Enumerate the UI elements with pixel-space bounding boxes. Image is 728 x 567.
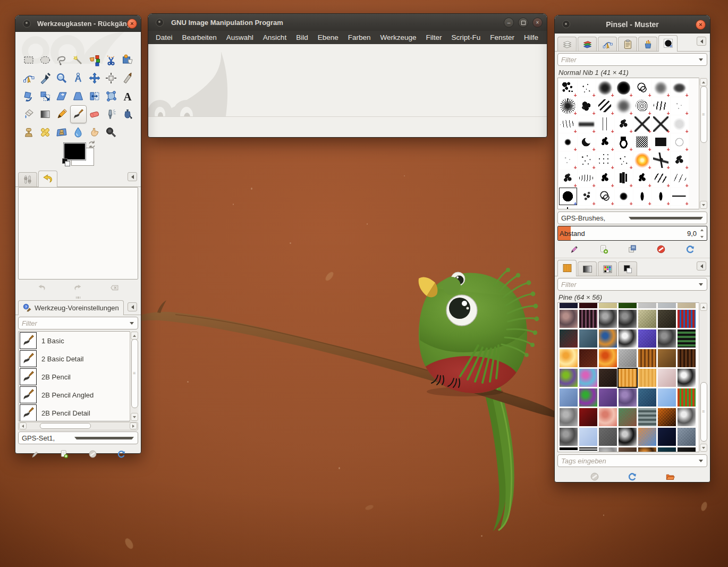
menu-auswahl[interactable]: Auswahl <box>222 32 258 43</box>
brush-cell[interactable]: + <box>578 188 596 205</box>
brush-cell[interactable]: + <box>578 79 596 97</box>
scroll-left-icon[interactable] <box>19 422 27 429</box>
pattern-cell[interactable] <box>658 310 676 328</box>
pattern-cell[interactable] <box>560 408 578 426</box>
menu-bearbeiten[interactable]: Bearbeiten <box>177 32 222 43</box>
tab-brushes[interactable] <box>658 35 678 51</box>
chevron-down-icon[interactable] <box>699 58 703 61</box>
brush-cell[interactable]: + <box>671 133 689 151</box>
brush-cell[interactable]: + <box>559 133 577 151</box>
tool-dodge-burn[interactable] <box>103 123 120 141</box>
menu-ebene[interactable]: Ebene <box>313 32 343 43</box>
tool-rectangle-select[interactable] <box>21 51 37 69</box>
chevron-down-icon[interactable] <box>130 322 134 325</box>
scrollbar-thumb[interactable] <box>700 86 707 143</box>
edit-brush-button[interactable] <box>568 243 581 256</box>
main-titlebar[interactable]: GNU Image Manipulation Program – × <box>148 14 547 31</box>
tool-text[interactable]: A <box>120 87 136 105</box>
pattern-cell[interactable] <box>658 369 676 387</box>
scrollbar-thumb[interactable] <box>700 382 707 442</box>
pattern-cell[interactable] <box>619 388 637 407</box>
chevron-down-icon[interactable] <box>699 283 703 286</box>
brush-cell[interactable]: + <box>633 206 651 210</box>
redo-button[interactable] <box>71 281 85 294</box>
brush-cell[interactable]: + <box>596 115 614 133</box>
brush-cell[interactable]: + <box>578 170 596 187</box>
brush-cell[interactable]: + <box>652 97 670 115</box>
brush-cell[interactable]: + <box>633 170 651 187</box>
preset-item[interactable]: 2B Pencil <box>19 368 130 386</box>
pattern-cell[interactable] <box>638 388 656 407</box>
pattern-cell[interactable] <box>619 329 637 348</box>
tool-scale[interactable] <box>37 87 54 105</box>
edit-preset-button[interactable] <box>28 447 42 460</box>
tool-smudge[interactable] <box>87 123 103 141</box>
foreground-color-swatch[interactable] <box>63 142 86 160</box>
brush-cell[interactable]: + <box>652 151 670 169</box>
pattern-cell[interactable] <box>599 428 617 446</box>
menu-filter[interactable]: Filter <box>421 32 447 43</box>
pattern-cell[interactable] <box>599 349 617 367</box>
delete-brush-button[interactable] <box>654 243 668 256</box>
brush-cell[interactable]: + <box>671 97 689 115</box>
scrollbar-thumb[interactable] <box>40 423 91 429</box>
pattern-cell[interactable] <box>599 369 617 387</box>
tab-palettes[interactable] <box>598 261 617 276</box>
brush-cell[interactable]: + <box>615 79 633 97</box>
brush-cell[interactable]: + <box>633 133 651 151</box>
brush-cell[interactable]: + <box>671 188 689 205</box>
toolbox-titlebar[interactable]: Werkzeugkasten - Rückgängig × <box>15 15 141 32</box>
pattern-cell[interactable] <box>678 388 696 407</box>
delete-preset-button[interactable] <box>86 447 99 460</box>
tool-flip[interactable] <box>87 87 103 105</box>
brush-cell[interactable]: + <box>596 133 614 151</box>
brush-cell[interactable]: + <box>671 170 689 187</box>
window-menu-icon[interactable] <box>156 19 164 27</box>
tool-foreground-select[interactable] <box>120 51 136 69</box>
brush-cell[interactable]: + <box>633 97 651 115</box>
scrollbar-thumb[interactable] <box>131 339 138 408</box>
tab-channels[interactable] <box>578 37 597 51</box>
pattern-cell[interactable] <box>599 388 617 407</box>
brush-cell[interactable]: + <box>671 115 689 133</box>
scroll-right-icon[interactable] <box>130 422 137 429</box>
pattern-cell[interactable] <box>579 447 597 452</box>
dock-menu-icon[interactable] <box>697 37 706 46</box>
window-menu-icon[interactable] <box>562 20 570 28</box>
pattern-cell[interactable] <box>599 329 617 348</box>
tool-scissors-select[interactable] <box>103 51 120 69</box>
pattern-cell[interactable] <box>560 349 578 367</box>
tab-gradients[interactable] <box>578 261 597 276</box>
close-icon[interactable]: × <box>127 19 137 29</box>
clear-history-button[interactable] <box>108 281 122 294</box>
brush-cell[interactable]: + <box>633 115 651 133</box>
tab-patterns[interactable] <box>557 260 577 276</box>
pattern-tags-input[interactable] <box>558 457 699 465</box>
brush-cell[interactable]: + <box>596 97 614 115</box>
pattern-cell[interactable] <box>638 310 656 328</box>
spin-up-icon[interactable] <box>700 229 704 231</box>
maximize-icon[interactable] <box>518 18 528 28</box>
brush-cell[interactable]: + <box>615 97 633 115</box>
tool-bucket-fill[interactable] <box>21 105 37 123</box>
preset-set-combo[interactable]: GPS-Set1, <box>18 431 138 444</box>
window-menu-icon[interactable] <box>23 20 31 28</box>
tool-align[interactable] <box>103 69 120 87</box>
presets-filter-input[interactable] <box>19 319 130 327</box>
tool-measure[interactable] <box>70 69 87 87</box>
brush-cell[interactable]: + <box>615 115 633 133</box>
brush-cell[interactable]: + <box>633 79 651 97</box>
brush-set-combo[interactable]: GPS-Brushes, <box>557 211 707 224</box>
preset-item[interactable]: 2 Basic Detail <box>19 350 130 368</box>
refresh-patterns-button[interactable] <box>625 470 639 483</box>
tool-shear[interactable] <box>54 87 70 105</box>
brush-cell[interactable]: + <box>615 188 633 205</box>
tool-perspective-clone[interactable] <box>54 123 70 141</box>
scroll-up-icon[interactable] <box>700 78 707 86</box>
pattern-cell[interactable] <box>619 447 637 452</box>
tab-tool-options[interactable] <box>18 172 37 187</box>
pattern-cell[interactable] <box>658 329 676 348</box>
scroll-down-icon[interactable] <box>700 201 707 209</box>
tool-clone[interactable] <box>21 123 37 141</box>
brush-cell[interactable]: + <box>633 151 651 169</box>
